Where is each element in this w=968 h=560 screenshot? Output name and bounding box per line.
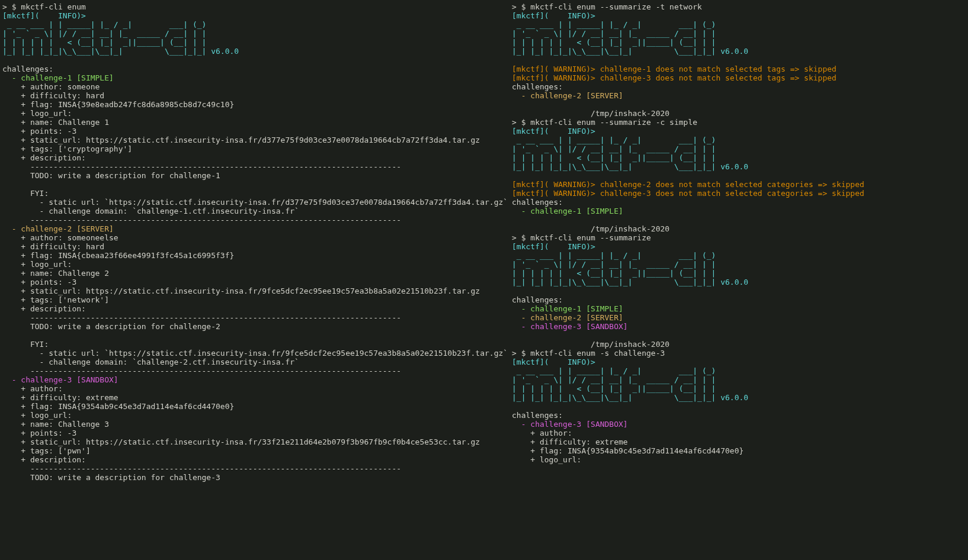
terminal-split: > $ mkctf-cli enum [mkctf]( INFO)> _ __ … — [0, 0, 968, 560]
right-terminal-pane[interactable]: > $ mkctf-cli enum --summarize -t networ… — [509, 0, 968, 560]
left-terminal-pane[interactable]: > $ mkctf-cli enum [mkctf]( INFO)> _ __ … — [0, 0, 509, 560]
